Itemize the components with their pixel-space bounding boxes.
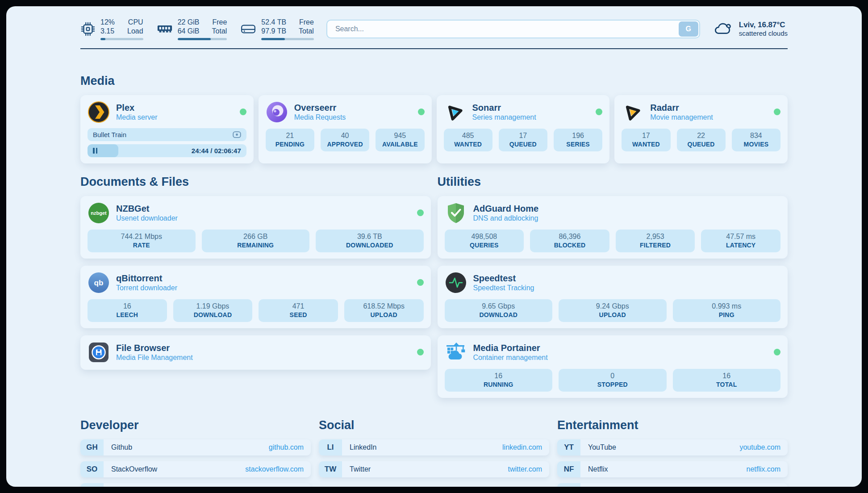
section-title-media: Media bbox=[80, 74, 788, 88]
app-name: AdGuard Home bbox=[473, 204, 539, 214]
stat-chip: 39.6 TBDOWNLOADED bbox=[316, 230, 424, 252]
search-input[interactable] bbox=[326, 20, 700, 38]
bookmark-linkedin[interactable]: LI LinkedIn linkedin.com bbox=[319, 439, 549, 455]
bookmark-url: twitter.com bbox=[508, 461, 549, 477]
app-subtitle: Media server bbox=[116, 113, 157, 121]
status-dot bbox=[240, 109, 246, 115]
bookmark-netflix[interactable]: NF Netflix netflix.com bbox=[557, 461, 788, 477]
stat-chip: 196SERIES bbox=[554, 129, 602, 151]
app-card-adguard[interactable]: AdGuard Home DNS and adblocking 498,508Q… bbox=[438, 196, 788, 259]
cpu-load: 3.15 bbox=[100, 27, 115, 36]
app-name: Media Portainer bbox=[473, 343, 548, 353]
stat-chip: 0STOPPED bbox=[559, 369, 667, 392]
bookmark-url: netflix.com bbox=[747, 461, 788, 477]
sonarr-logo-icon bbox=[444, 101, 466, 123]
ram-stat: 22 GiB64 GiB FreeTotal bbox=[157, 18, 227, 40]
app-name: Overseerr bbox=[294, 103, 346, 113]
cpu-icon bbox=[80, 21, 96, 37]
app-subtitle: Speedtest Tracking bbox=[473, 284, 534, 292]
app-subtitle: DNS and adblocking bbox=[473, 214, 539, 222]
cpu-label-1: CPU bbox=[127, 18, 143, 27]
bookmark-badge: GH bbox=[80, 439, 104, 455]
stat-chip: 47.57 msLATENCY bbox=[701, 230, 780, 252]
plex-logo-icon bbox=[88, 101, 110, 123]
dashboard-page: 12%3.15 CPULoad 22 GiB64 GiB F bbox=[6, 6, 862, 487]
stat-chip: 40APPROVED bbox=[321, 129, 369, 151]
media-grid: Plex Media server Bullet Train 24:44 / 0… bbox=[80, 95, 788, 163]
now-playing-title: Bullet Train bbox=[93, 131, 126, 138]
app-card-plex[interactable]: Plex Media server Bullet Train 24:44 / 0… bbox=[80, 95, 254, 163]
search-go-button[interactable]: G bbox=[679, 21, 698, 37]
speedtest-logo-icon bbox=[445, 272, 467, 294]
entertainment-links: Entertainment YT YouTube youtube.com NF … bbox=[557, 418, 788, 487]
bookmark-stackoverflow[interactable]: SO StackOverflow stackoverflow.com bbox=[80, 461, 311, 477]
bookmark-name: Twitter bbox=[342, 461, 371, 477]
documents-column: Documents & Files nzbget NZBGet Usenet d… bbox=[80, 175, 431, 370]
app-card-qbittorrent[interactable]: qb qBittorrent Torrent downloader 16LEEC… bbox=[80, 266, 431, 328]
bookmark-name: DEV bbox=[104, 483, 126, 487]
bookmark-youtube[interactable]: YT YouTube youtube.com bbox=[557, 439, 788, 455]
portainer-logo-icon bbox=[445, 341, 467, 363]
app-card-sonarr[interactable]: Sonarr Series management 485WANTED 17QUE… bbox=[437, 95, 610, 163]
app-subtitle: Media File Management bbox=[116, 354, 193, 362]
stat-chip: 16LEECH bbox=[88, 299, 167, 322]
bookmark-badge: TW bbox=[319, 461, 342, 477]
app-card-filebrowser[interactable]: File Browser Media File Management bbox=[80, 335, 431, 370]
disk-progress-bar bbox=[261, 38, 314, 40]
stat-chip: 945AVAILABLE bbox=[376, 129, 424, 151]
bookmark-reddit[interactable]: RE Reddit reddit.com bbox=[557, 483, 788, 487]
app-subtitle: Movie management bbox=[650, 113, 713, 121]
bookmark-url: stackoverflow.com bbox=[245, 461, 311, 477]
pause-icon bbox=[93, 148, 97, 154]
bookmark-name: LinkedIn bbox=[342, 439, 377, 455]
stat-chip: 834MOVIES bbox=[732, 129, 780, 151]
bookmark-name: Github bbox=[104, 439, 132, 455]
filebrowser-logo-icon bbox=[88, 341, 110, 363]
disk-stat: 52.4 TB97.9 TB FreeTotal bbox=[240, 18, 314, 40]
cpu-progress-bar bbox=[100, 38, 143, 40]
stat-chip: 498,508QUERIES bbox=[445, 230, 524, 252]
media-type-icon bbox=[233, 131, 241, 138]
search-bar: G bbox=[326, 20, 700, 38]
stat-chip: 17WANTED bbox=[622, 129, 670, 151]
stat-chip: 16RUNNING bbox=[445, 369, 553, 392]
section-title-utilities: Utilities bbox=[438, 175, 788, 189]
status-dot bbox=[417, 279, 424, 286]
app-card-radarr[interactable]: Radarr Movie management 17WANTED 22QUEUE… bbox=[614, 95, 788, 163]
stat-chip: 266 GBREMAINING bbox=[202, 230, 310, 252]
app-name: qBittorrent bbox=[116, 273, 177, 284]
app-subtitle: Series management bbox=[472, 113, 536, 121]
stat-chip: 2,953FILTERED bbox=[616, 230, 695, 252]
app-card-nzbget[interactable]: nzbget NZBGet Usenet downloader 744.21 M… bbox=[80, 196, 431, 259]
stat-chip: 17QUEUED bbox=[499, 129, 547, 151]
app-subtitle: Container management bbox=[473, 354, 548, 362]
bookmark-dev[interactable]: DT DEV dev.to bbox=[80, 483, 311, 487]
cpu-label-2: Load bbox=[127, 27, 143, 36]
weather-location: Lviv, 16.87°C bbox=[739, 21, 788, 29]
bookmark-url: github.com bbox=[269, 439, 311, 455]
qbittorrent-logo-icon: qb bbox=[88, 272, 110, 294]
stat-chip: 86,396BLOCKED bbox=[530, 230, 609, 252]
disk-label-1: Free bbox=[299, 18, 314, 27]
bookmark-name: StackOverflow bbox=[104, 461, 157, 477]
status-dot bbox=[418, 109, 425, 115]
disk-free: 52.4 TB bbox=[261, 18, 286, 27]
app-card-speedtest[interactable]: Speedtest Speedtest Tracking 9.65 GbpsDO… bbox=[438, 266, 788, 328]
stat-chip: 16TOTAL bbox=[673, 369, 781, 392]
nzbget-logo-icon: nzbget bbox=[88, 202, 110, 224]
playback-progress-bar: 24:44 / 02:06:47 bbox=[88, 144, 246, 157]
app-card-overseerr[interactable]: Overseerr Media Requests 21PENDING 40APP… bbox=[259, 95, 432, 163]
bookmark-twitter[interactable]: TW Twitter twitter.com bbox=[319, 461, 549, 477]
weather-condition: scattered clouds bbox=[739, 29, 788, 37]
weather-cloud-icon bbox=[713, 21, 733, 36]
ram-progress-bar bbox=[178, 38, 227, 40]
section-title-entertainment: Entertainment bbox=[557, 418, 788, 432]
stat-chip: 1.19 GbpsDOWNLOAD bbox=[173, 299, 253, 322]
bookmark-badge: LI bbox=[319, 439, 342, 455]
stat-chip: 744.21 MbpsRATE bbox=[88, 230, 196, 252]
status-dot bbox=[417, 209, 424, 216]
stat-chip: 0.993 msPING bbox=[673, 299, 781, 322]
bookmark-github[interactable]: GH Github github.com bbox=[80, 439, 311, 455]
status-dot bbox=[417, 349, 424, 355]
app-card-portainer[interactable]: Media Portainer Container management 16R… bbox=[438, 335, 788, 398]
